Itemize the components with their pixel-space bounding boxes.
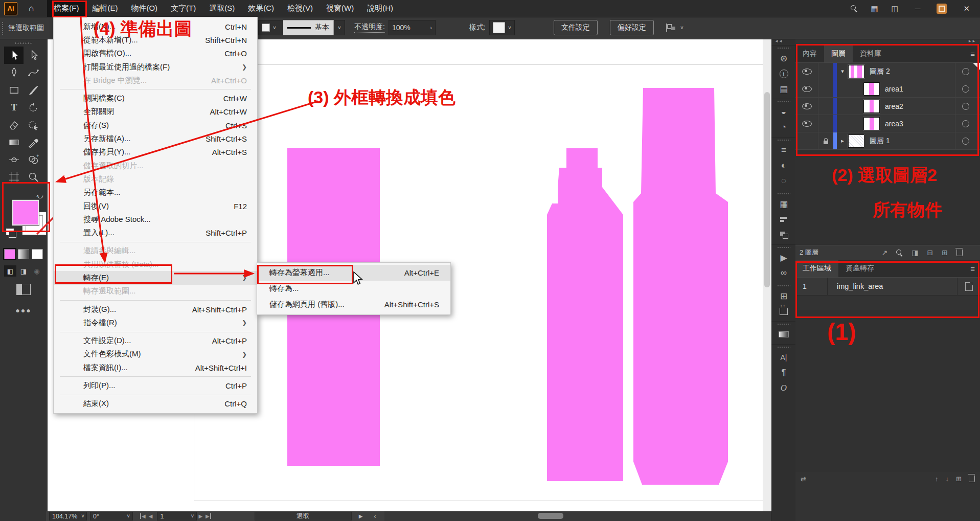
export-submenu-item-2[interactable]: 儲存為網頁用 (舊版)...Alt+Shift+Ctrl+S [257, 297, 450, 312]
opacity-input[interactable]: 100%› [389, 20, 436, 35]
menu-說明(H)[interactable]: 說明(H) [360, 0, 400, 17]
close-button[interactable]: ✕ [960, 4, 973, 13]
layer-target[interactable] [955, 98, 976, 115]
panel-group-gripper[interactable] [777, 139, 790, 141]
align-dropdown[interactable]: ˅ [666, 20, 683, 35]
panel-menu-icon[interactable]: ≡ [970, 264, 975, 273]
layer-row[interactable]: area1 [795, 80, 980, 98]
info-icon[interactable]: i [771, 66, 796, 81]
menu-選取(S)[interactable]: 選取(S) [202, 0, 241, 17]
stroke-icon[interactable]: ≡ [771, 143, 796, 158]
file-menu-item-8[interactable]: 另存新檔(A)...Shift+Ctrl+S [54, 132, 257, 145]
file-menu-item-13[interactable]: 回復(V)F12 [54, 199, 257, 213]
bottle-right-shape[interactable] [633, 88, 728, 485]
align-icon[interactable] [771, 212, 796, 227]
color-button[interactable] [4, 249, 15, 259]
layer-name[interactable]: area3 [885, 120, 903, 128]
pathfinder-icon[interactable] [771, 227, 796, 242]
panel-group-gripper[interactable] [777, 193, 790, 195]
search-icon[interactable] [896, 250, 903, 256]
opentype-icon[interactable]: O [771, 380, 796, 396]
appearance-icon[interactable]: ◌ [771, 173, 796, 189]
home-icon[interactable]: ⌂ [29, 4, 34, 14]
selection-tool[interactable] [4, 47, 24, 64]
delete-icon[interactable] [956, 250, 963, 256]
artboards-icon[interactable]: ⊞ [771, 288, 796, 304]
eyedropper-tool[interactable] [24, 133, 43, 151]
panel-group-gripper[interactable] [777, 101, 790, 103]
file-menu-item-7[interactable]: 儲存(S)Ctrl+S [54, 119, 257, 132]
first-artboard-button[interactable]: ◀ [140, 513, 146, 519]
restore-button[interactable] [937, 4, 947, 14]
file-menu-item-21[interactable]: 指令檔(R)❯ [54, 316, 257, 329]
menu-檔案(F)[interactable]: 檔案(F) [47, 0, 85, 17]
minimize-button[interactable]: ─ [912, 4, 924, 13]
gradient-button[interactable] [18, 249, 29, 259]
tools-panel-gripper[interactable] [14, 42, 33, 44]
curvature-tool[interactable] [24, 64, 43, 81]
tab-內容[interactable]: 內容 [795, 45, 824, 62]
move-down-icon[interactable]: ↓ [946, 475, 949, 483]
shape-builder-tool[interactable]: + [24, 151, 43, 168]
vertical-scrollbar-thumb[interactable] [764, 92, 770, 287]
move-up-icon[interactable]: ↑ [935, 475, 939, 483]
menu-文字(T)[interactable]: 文字(T) [164, 0, 202, 17]
artboard-options-icon[interactable]: ▦ [771, 196, 796, 212]
menu-效果(C)[interactable]: 效果(C) [241, 0, 281, 17]
eraser-tool[interactable] [4, 116, 24, 133]
width-tool[interactable] [4, 151, 24, 168]
previous-artboard-button[interactable]: ◀ [149, 513, 153, 519]
horizontal-scrollbar-thumb[interactable] [538, 513, 563, 519]
lock-toggle[interactable] [818, 80, 833, 97]
panel-menu-icon[interactable]: ≡ [970, 50, 975, 58]
collect-for-export-icon[interactable]: ↗ [882, 248, 888, 257]
swatches-icon[interactable]: ◒ [771, 104, 796, 120]
preferences-button[interactable]: 偏好設定 [610, 20, 654, 35]
file-menu-item-14[interactable]: 搜尋 Adobe Stock... [54, 213, 257, 226]
character-icon[interactable]: A| [771, 350, 796, 365]
rotate-tool[interactable] [24, 99, 43, 116]
status-display[interactable]: 選取 [255, 512, 352, 520]
visibility-toggle[interactable] [795, 132, 818, 149]
layer-row[interactable]: ▾圖層 2 [795, 63, 980, 80]
file-menu-item-24[interactable]: 檔案資訊(I)...Alt+Shift+Ctrl+I [54, 361, 257, 374]
panel-group-gripper[interactable] [777, 346, 790, 348]
disclosure-chevron-icon[interactable]: ▾ [837, 68, 848, 75]
edit-toolbar-icon[interactable]: ●●● [0, 306, 47, 314]
draw-normal-mode[interactable]: ◧ [4, 265, 16, 277]
delete-artboard-icon[interactable] [969, 475, 975, 482]
shaper-tool[interactable] [24, 116, 43, 133]
actions-icon[interactable]: ▶ [771, 250, 796, 265]
export-submenu-item-0[interactable]: 轉存為螢幕適用...Alt+Ctrl+E [257, 265, 450, 281]
file-menu-item-22[interactable]: 文件設定(D)...Alt+Ctrl+P [54, 334, 257, 348]
layer-target[interactable] [955, 115, 976, 132]
visibility-toggle[interactable] [795, 98, 818, 115]
artboard-page-icon[interactable] [965, 282, 973, 291]
new-layer-icon[interactable]: ⊞ [942, 248, 948, 257]
menu-檢視(V)[interactable]: 檢視(V) [281, 0, 320, 17]
disclosure-chevron-icon[interactable]: ▸ [837, 138, 848, 144]
next-artboard-button[interactable]: ▶ [198, 513, 202, 519]
artboard-tool[interactable] [4, 168, 24, 186]
expand-panels-icon[interactable]: ◄◄ [771, 39, 796, 45]
layer-name[interactable]: 圖層 2 [870, 67, 890, 76]
gradient-tool[interactable] [4, 133, 24, 151]
direct-selection-tool[interactable] [24, 47, 43, 64]
rotation-dropdown[interactable]: 0°˅ [90, 512, 133, 520]
lock-toggle[interactable] [818, 63, 833, 80]
visibility-toggle[interactable] [795, 63, 818, 80]
layer-target[interactable] [955, 80, 976, 97]
file-menu-item-5[interactable]: 關閉檔案(C)Ctrl+W [54, 92, 257, 105]
tab-圖層[interactable]: 圖層 [824, 45, 853, 62]
file-menu-item-0[interactable]: 新增(N)...Ctrl+N [54, 20, 257, 33]
layer-thumbnail[interactable] [863, 100, 880, 113]
last-artboard-button[interactable]: ▶ [206, 513, 211, 519]
file-menu-item-18[interactable]: 轉存(E)❯ [54, 271, 257, 284]
file-menu-item-25[interactable]: 列印(P)...Ctrl+P [54, 379, 257, 392]
paragraph-icon[interactable]: ¶ [771, 365, 796, 380]
file-menu-item-20[interactable]: 封裝(G)...Alt+Shift+Ctrl+P [54, 303, 257, 316]
scroll-collapse-icon[interactable]: ‹ [374, 513, 376, 520]
default-swatches-icon[interactable] [6, 229, 14, 235]
type-tool[interactable]: T [4, 99, 24, 116]
tab-資產轉存[interactable]: 資產轉存 [838, 260, 881, 277]
